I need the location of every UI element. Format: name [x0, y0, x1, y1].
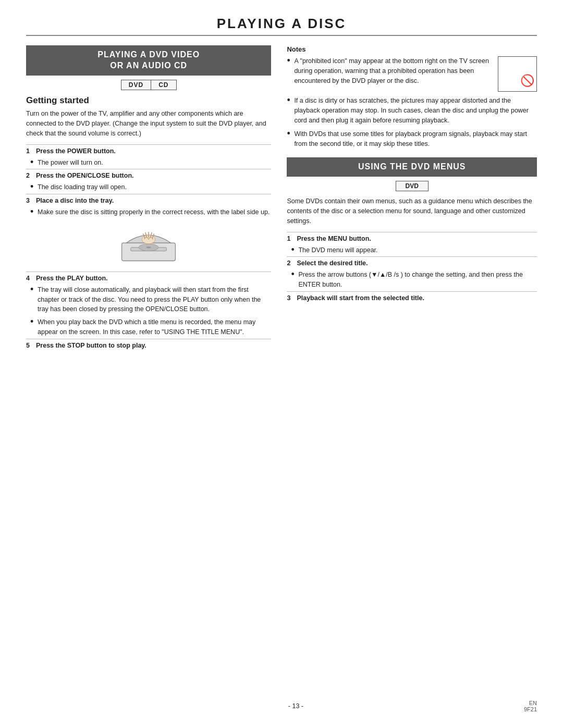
main-title-section: PLAYING A DISC — [26, 16, 537, 36]
step-5-num: 5 — [26, 342, 33, 349]
left-section-header: PLAYING A DVD VIDEO OR AN AUDIO CD — [26, 45, 271, 76]
bullet-dot: • — [291, 245, 295, 254]
bullet-dot: • — [30, 317, 34, 326]
left-header-line1: PLAYING A DVD VIDEO — [31, 50, 266, 60]
svg-point-3 — [146, 246, 151, 248]
step-3-bullet-1: • Make sure the disc is sitting properly… — [26, 206, 271, 219]
step-1-row: 1 Press the POWER button. — [26, 144, 271, 156]
menus-step-3-num: 3 — [287, 294, 294, 302]
note-1-text: A "prohibited icon" may appear at the bo… — [294, 56, 494, 85]
step-5-row: 5 Press the STOP button to stop play. — [26, 339, 271, 351]
left-header-line2: OR AN AUDIO CD — [31, 60, 266, 71]
menus-step-2-num: 2 — [287, 260, 294, 267]
footer: - 13 - EN 9F21 — [26, 700, 537, 712]
getting-started-title: Getting started — [26, 95, 271, 106]
prohibited-icon: 🚫 — [520, 72, 534, 89]
bullet-dot: • — [30, 285, 34, 294]
step-1-label: Press the POWER button. — [36, 147, 116, 155]
left-column: PLAYING A DVD VIDEO OR AN AUDIO CD DVD C… — [26, 45, 271, 351]
step-3-bullet-text: Make sure the disc is sitting properly i… — [38, 207, 271, 217]
step-1-bullet-1: • The power will turn on. — [26, 156, 271, 169]
menus-step-1-bullet: • The DVD menu will appear. — [287, 244, 537, 257]
step-5-label: Press the STOP button to stop play. — [36, 342, 146, 349]
bullet-dot: • — [291, 269, 295, 279]
notes-title: Notes — [287, 45, 537, 53]
cd-badge: CD — [151, 80, 176, 90]
badge-row: DVD CD — [26, 80, 271, 90]
menus-step-1-bullet-text: The DVD menu will appear. — [298, 245, 537, 255]
note-3-text: With DVDs that use some titles for playb… — [294, 129, 537, 149]
step-2-label: Press the OPEN/CLOSE button. — [36, 172, 134, 179]
menus-intro: Some DVDs contain their own menus, such … — [287, 196, 537, 227]
footer-code: 9F21 — [524, 706, 537, 712]
step-2-bullet-text: The disc loading tray will open. — [38, 182, 271, 192]
note-3: • With DVDs that use some titles for pla… — [287, 129, 537, 149]
step-4-label: Press the PLAY button. — [36, 275, 108, 282]
menus-step-1-num: 1 — [287, 235, 294, 242]
dvd-menus-badge: DVD — [396, 181, 429, 191]
notes-section: Notes • A "prohibited icon" may appear a… — [287, 45, 537, 149]
note-bullet-1: • — [287, 56, 291, 65]
menus-step-2-bullet: • Press the arrow buttons (▼/▲/B /s ) to… — [287, 268, 537, 291]
step-2-row: 2 Press the OPEN/CLOSE button. — [26, 169, 271, 181]
step-4-bullet-text-2: When you play back the DVD which a title… — [38, 317, 271, 337]
note-bullet-3: • — [287, 129, 291, 138]
note-1: • A "prohibited icon" may appear at the … — [287, 56, 537, 92]
step-1-num: 1 — [26, 147, 33, 155]
step-3-label: Place a disc into the tray. — [36, 197, 114, 204]
menus-step-2-row: 2 Select the desired title. — [287, 256, 537, 268]
step-2-num: 2 — [26, 172, 33, 179]
step-3-num: 3 — [26, 197, 33, 204]
menus-step-3-label: Playback will start from the selected ti… — [297, 294, 424, 302]
step-4-num: 4 — [26, 275, 33, 282]
footer-right: EN 9F21 — [524, 700, 537, 712]
step-4-bullet-1: • The tray will close automatically, and… — [26, 283, 271, 316]
menus-step-2-bullet-text: Press the arrow buttons (▼/▲/B /s ) to c… — [298, 270, 537, 290]
footer-lang: EN — [524, 700, 537, 706]
menus-step-1-row: 1 Press the MENU button. — [287, 232, 537, 244]
step-4-row: 4 Press the PLAY button. — [26, 272, 271, 283]
note-2: • If a disc is dirty or has scratches, t… — [287, 96, 537, 125]
note-1-content: A "prohibited icon" may appear at the bo… — [294, 56, 537, 92]
dvd-menus-badge-row: DVD — [287, 181, 537, 191]
step-3-row: 3 Place a disc into the tray. — [26, 194, 271, 206]
dvd-menus-header: USING THE DVD MENUS — [287, 157, 537, 177]
note-2-text: If a disc is dirty or has scratches, the… — [294, 96, 537, 125]
main-title: PLAYING A DISC — [217, 16, 347, 31]
step-4-bullet-text-1: The tray will close automatically, and p… — [38, 285, 271, 314]
right-column: Notes • A "prohibited icon" may appear a… — [287, 45, 537, 351]
menus-step-3-row: 3 Playback will start from the selected … — [287, 291, 537, 303]
menus-step-1-label: Press the MENU button. — [297, 235, 371, 242]
bullet-dot: • — [30, 182, 34, 191]
dvd-badge: DVD — [121, 80, 151, 90]
getting-started-intro: Turn on the power of the TV, amplifier a… — [26, 109, 271, 139]
step-1-bullet-text: The power will turn on. — [38, 158, 271, 168]
step-2-bullet-1: • The disc loading tray will open. — [26, 181, 271, 194]
step-4-bullet-2: • When you play back the DVD which a tit… — [26, 316, 271, 339]
bullet-dot: • — [30, 207, 34, 216]
prohibited-icon-box: 🚫 — [498, 56, 537, 92]
note-bullet-2: • — [287, 95, 291, 105]
dvd-image-wrapper — [26, 223, 271, 267]
footer-page-number: - 13 - — [68, 702, 524, 710]
dvd-player-illustration — [117, 223, 180, 267]
menus-step-2-label: Select the desired title. — [297, 260, 368, 267]
bullet-dot: • — [30, 157, 34, 167]
